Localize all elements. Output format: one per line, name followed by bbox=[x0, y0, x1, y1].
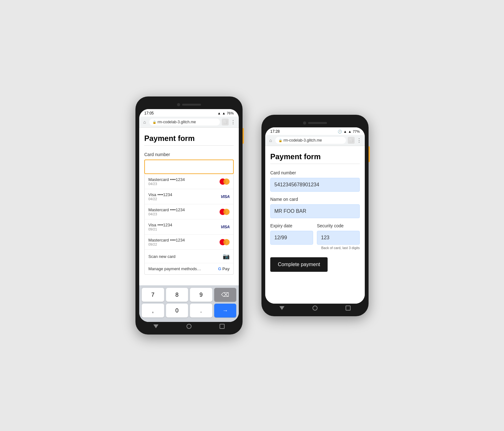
saved-card-item-1[interactable]: Visa ••••1234 04/22 VISA bbox=[145, 189, 233, 204]
saved-card-item-0[interactable]: Mastercard ••••1234 04/23 bbox=[145, 174, 233, 189]
tab-btn-right[interactable]: ⬜ bbox=[348, 137, 355, 144]
browser-bar-left: ⌂ 🔒 rm-codelab-3.glitch.me ⬜ ⋮ bbox=[139, 117, 239, 128]
time-left: 17:05 bbox=[144, 111, 154, 115]
scan-label: Scan new card bbox=[148, 254, 175, 259]
card-number-input-left[interactable] bbox=[144, 160, 234, 174]
card-number-label-right: Card number bbox=[270, 170, 360, 175]
clock-icon-right: 🕐 bbox=[338, 130, 342, 134]
signal-icon-right: ▲ bbox=[348, 130, 352, 133]
mastercard-icon-0 bbox=[220, 178, 230, 185]
home-nav-right[interactable] bbox=[312, 306, 318, 311]
content-left: Payment form Card number Mastercard ••••… bbox=[139, 128, 239, 285]
keyboard-row-1: 7 8 9 ⌫ bbox=[142, 288, 236, 302]
security-col: Security code 123 bbox=[317, 223, 360, 245]
camera-scan-icon: 📷 bbox=[223, 253, 230, 260]
recents-nav-right[interactable] bbox=[346, 306, 351, 311]
card-expiry-4: 09/22 bbox=[148, 242, 185, 246]
card-brand-2: Mastercard ••••1234 bbox=[148, 207, 185, 212]
url-bar-right[interactable]: 🔒 rm-codelab-3.glitch.me bbox=[275, 137, 346, 144]
card-info-4: Mastercard ••••1234 09/22 bbox=[148, 238, 185, 246]
card-info-1: Visa ••••1234 04/22 bbox=[148, 192, 172, 201]
browser-bar-right: ⌂ 🔒 rm-codelab-3.glitch.me ⬜ ⋮ bbox=[265, 135, 365, 146]
left-phone: 17:05 ▲ ▲ 76% ⌂ 🔒 rm-codelab-3.glitch.me… bbox=[135, 96, 243, 335]
battery-right: 77% bbox=[353, 130, 360, 133]
lock-icon-right: 🔒 bbox=[278, 139, 282, 142]
card-info-2: Mastercard ••••1234 04/23 bbox=[148, 207, 185, 216]
card-expiry-3: 09/21 bbox=[148, 227, 172, 231]
two-col-fields: Expiry date 12/99 Security code 123 bbox=[270, 223, 360, 245]
name-value[interactable]: MR FOO BAR bbox=[270, 204, 360, 218]
mastercard-icon-4 bbox=[220, 239, 230, 245]
right-phone: 17:28 🕐 ▲ ▲ 77% ⌂ 🔒 rm-codelab-3.glitch.… bbox=[261, 115, 369, 316]
wifi-icon-left: ▲ bbox=[217, 111, 221, 115]
card-expiry-1: 04/22 bbox=[148, 197, 172, 201]
speaker-right bbox=[308, 122, 327, 124]
phone-top-bar-right bbox=[265, 119, 365, 127]
name-label: Name on card bbox=[270, 197, 360, 202]
recents-nav-left[interactable] bbox=[220, 324, 225, 329]
card-info-0: Mastercard ••••1234 04/23 bbox=[148, 177, 185, 186]
saved-card-item-4[interactable]: Mastercard ••••1234 09/22 bbox=[145, 235, 233, 250]
saved-card-item-2[interactable]: Mastercard ••••1234 04/23 bbox=[145, 204, 233, 219]
key-9[interactable]: 9 bbox=[190, 288, 212, 302]
side-button-left bbox=[243, 128, 244, 144]
divider-left bbox=[144, 145, 234, 146]
card-brand-3: Visa ••••1234 bbox=[148, 223, 172, 227]
card-info-3: Visa ••••1234 09/21 bbox=[148, 223, 172, 231]
left-phone-wrapper: 17:05 ▲ ▲ 76% ⌂ 🔒 rm-codelab-3.glitch.me… bbox=[135, 96, 243, 335]
card-brand-0: Mastercard ••••1234 bbox=[148, 177, 185, 182]
status-bar-right: 17:28 🕐 ▲ ▲ 77% bbox=[265, 127, 365, 135]
url-bar-left[interactable]: 🔒 rm-codelab-3.glitch.me bbox=[149, 119, 220, 125]
status-icons-right: 🕐 ▲ ▲ 77% bbox=[338, 130, 360, 134]
visa-icon-1: VISA bbox=[221, 194, 230, 199]
battery-left: 76% bbox=[227, 111, 234, 115]
visa-icon-3: VISA bbox=[221, 224, 230, 229]
url-text-left: rm-codelab-3.glitch.me bbox=[158, 120, 196, 124]
scan-new-card-item[interactable]: Scan new card 📷 bbox=[145, 250, 233, 263]
back-nav-right[interactable] bbox=[279, 306, 284, 310]
key-8[interactable]: 8 bbox=[166, 288, 188, 302]
menu-btn-right[interactable]: ⋮ bbox=[356, 137, 362, 143]
camera-left bbox=[177, 103, 180, 106]
card-number-value[interactable]: 5412345678901234 bbox=[270, 178, 360, 192]
keyboard-left: 7 8 9 ⌫ , 0 . → bbox=[139, 285, 239, 322]
security-hint: Back of card, last 3 digits bbox=[270, 246, 360, 250]
status-bar-left: 17:05 ▲ ▲ 76% bbox=[139, 109, 239, 117]
key-dot[interactable]: . bbox=[190, 304, 212, 317]
expiry-value[interactable]: 12/99 bbox=[270, 231, 313, 245]
gpay-icon: G Pay bbox=[218, 266, 230, 271]
key-backspace[interactable]: ⌫ bbox=[214, 288, 237, 302]
lock-icon-left: 🔒 bbox=[152, 120, 156, 124]
status-icons-left: ▲ ▲ 76% bbox=[217, 111, 234, 115]
divider-right bbox=[270, 164, 360, 164]
security-value[interactable]: 123 bbox=[317, 231, 360, 245]
saved-card-item-3[interactable]: Visa ••••1234 09/21 VISA bbox=[145, 219, 233, 235]
phone-inner-right: 17:28 🕐 ▲ ▲ 77% ⌂ 🔒 rm-codelab-3.glitch.… bbox=[265, 127, 365, 304]
home-nav-left[interactable] bbox=[186, 324, 192, 329]
key-comma[interactable]: , bbox=[142, 304, 164, 317]
page-title-left: Payment form bbox=[144, 134, 234, 143]
complete-payment-button[interactable]: Complete payment bbox=[270, 257, 328, 272]
camera-right bbox=[303, 121, 306, 125]
phone-bottom-bar-left bbox=[139, 322, 239, 331]
autocomplete-dropdown: Mastercard ••••1234 04/23 Visa ••••1234 … bbox=[144, 174, 234, 275]
right-phone-wrapper: 17:28 🕐 ▲ ▲ 77% ⌂ 🔒 rm-codelab-3.glitch.… bbox=[261, 115, 369, 316]
key-7[interactable]: 7 bbox=[142, 288, 164, 302]
phone-bottom-bar-right bbox=[265, 304, 365, 312]
manage-payment-item[interactable]: Manage payment methods… G Pay bbox=[145, 263, 233, 274]
home-icon-left[interactable]: ⌂ bbox=[142, 119, 147, 125]
time-right: 17:28 bbox=[270, 129, 280, 134]
card-brand-4: Mastercard ••••1234 bbox=[148, 238, 185, 242]
menu-btn-left[interactable]: ⋮ bbox=[230, 119, 236, 125]
tab-btn-left[interactable]: ⬜ bbox=[222, 119, 229, 125]
expiry-col: Expiry date 12/99 bbox=[270, 223, 313, 245]
page-title-right: Payment form bbox=[270, 152, 360, 161]
url-text-right: rm-codelab-3.glitch.me bbox=[284, 138, 322, 143]
card-expiry-0: 04/23 bbox=[148, 182, 185, 186]
card-expiry-2: 04/23 bbox=[148, 212, 185, 216]
key-next[interactable]: → bbox=[214, 304, 237, 317]
content-right: Payment form Card number 541234567890123… bbox=[265, 146, 365, 304]
key-0[interactable]: 0 bbox=[166, 304, 188, 317]
home-icon-right[interactable]: ⌂ bbox=[268, 137, 273, 143]
back-nav-left[interactable] bbox=[153, 324, 158, 328]
